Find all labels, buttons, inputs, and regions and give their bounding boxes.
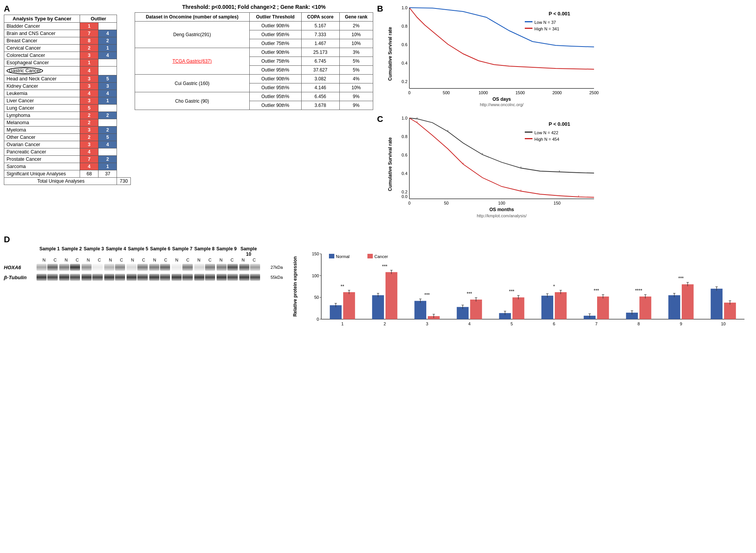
wb-band-c [70, 264, 80, 271]
wb-tubulin-c [205, 274, 215, 281]
blue-value: 37 [98, 170, 117, 178]
cancer-bar [343, 292, 355, 319]
svg-text:50: 50 [444, 201, 449, 205]
wb-tubulin-n [82, 274, 92, 281]
wb-tubulin-c [227, 274, 237, 281]
cancer-row: Pancreatic Cancer4 [4, 148, 131, 156]
red-value: 1 [80, 23, 98, 30]
cancer-name: Bladder Cancer [4, 23, 80, 30]
wb-tubulin-n [37, 274, 47, 281]
c-label: C [142, 258, 145, 262]
svg-text:1000: 1000 [479, 90, 488, 95]
data-rank: 9% [339, 101, 373, 110]
panel-right: B 1.0 0.8 0.6 0.4 0.2 0 500 1000 [377, 4, 639, 227]
red-value: 7 [80, 30, 98, 37]
n-label: N [153, 258, 156, 262]
wb-band-c [137, 264, 147, 271]
col-outlier: Outlier [80, 15, 117, 23]
svg-text:Normal: Normal [336, 254, 349, 259]
cancer-name: Colorectal Cancer [4, 52, 80, 59]
normal-bar [541, 296, 553, 319]
data-copa: 6.745 [301, 57, 339, 66]
red-value: 2 [80, 112, 98, 119]
c-label: C [76, 258, 79, 262]
data-copa: 37.627 [301, 66, 339, 75]
cancer-bar [597, 296, 609, 319]
svg-rect-17 [525, 21, 532, 22]
svg-rect-61 [329, 254, 334, 258]
threshold-header: Threshold: p<0.0001; Fold change>2 ; Gen… [135, 4, 373, 10]
red-value: 4 [80, 90, 98, 97]
svg-text:10: 10 [721, 321, 726, 326]
cancer-name: Gastric Cancer [4, 67, 80, 75]
blue-value: 4 [98, 90, 117, 97]
cancer-bar [512, 297, 524, 319]
tcga-link[interactable]: TCGA Gastric(637) [172, 58, 212, 64]
n-label: N [109, 258, 112, 262]
svg-text:6: 6 [553, 321, 555, 326]
c-label: C [253, 258, 256, 262]
cancer-name: Ovarian Cancer [4, 141, 80, 148]
cancer-name: Pancreatic Cancer [4, 148, 80, 156]
red-value: 3 [80, 75, 98, 83]
svg-text:*: * [553, 284, 555, 289]
data-threshold: Outlier 75th% [249, 39, 301, 48]
survival-chart-b: 1.0 0.8 0.6 0.4 0.2 0 500 1000 1500 2000… [386, 4, 639, 113]
svg-text:8: 8 [638, 321, 640, 326]
svg-text:150: 150 [554, 201, 561, 205]
svg-text:http://kmplot.com/analysis/: http://kmplot.com/analysis/ [477, 213, 527, 218]
wb-band-c [160, 264, 170, 271]
wb-band-c [182, 264, 192, 271]
sample-label: Sample 3 [83, 246, 105, 257]
svg-text:0.6: 0.6 [402, 153, 407, 157]
red-value: 8 [80, 37, 98, 45]
data-rank: 2% [339, 22, 373, 30]
svg-text:2: 2 [384, 321, 386, 326]
blue-value [98, 119, 117, 127]
blue-value: 4 [98, 52, 117, 59]
svg-text:7: 7 [595, 321, 597, 326]
data-rank: 3% [339, 48, 373, 57]
wb-band-n [82, 264, 92, 271]
n-label: N [87, 258, 90, 262]
wb-tubulin-c [137, 274, 147, 281]
wb-tubulin-n [104, 274, 114, 281]
data-col-header: Outlier Threshold [249, 13, 301, 22]
svg-text:1: 1 [341, 321, 344, 326]
svg-text:0.6: 0.6 [402, 42, 407, 47]
red-value: 3 [80, 127, 98, 134]
dataset-name: Deng Gastric(291) [135, 22, 250, 48]
red-value: 1 [80, 59, 98, 67]
data-col-header: COPA score [301, 13, 339, 22]
cancer-row: Significant Unique Analyses6837 [4, 170, 131, 178]
svg-rect-48 [525, 138, 532, 139]
wb-tubulin-n [127, 274, 137, 281]
sample-label: Sample 6 [149, 246, 172, 257]
data-rank: 10% [339, 30, 373, 39]
blue-value: 1 [98, 97, 117, 105]
cancer-row: Leukemia44 [4, 90, 131, 97]
blue-value: 5 [98, 75, 117, 83]
svg-text:4: 4 [468, 321, 471, 326]
c-label: C [209, 258, 212, 262]
dataset-name[interactable]: TCGA Gastric(637) [135, 48, 250, 75]
cancer-name: Sarcoma [4, 163, 80, 170]
cancer-name: Head and Neck Cancer [4, 75, 80, 83]
sample-label: Sample 1 [38, 246, 61, 257]
kda1: 27kDa [262, 265, 283, 270]
svg-rect-46 [525, 132, 532, 133]
cancer-row: Gastric Cancer4 [4, 67, 131, 75]
wb-tubulin-n [59, 274, 69, 281]
normal-bar [414, 301, 426, 319]
cancer-name: Other Cancer [4, 134, 80, 141]
wb-band-c [115, 264, 125, 271]
svg-text:0: 0 [408, 201, 411, 205]
svg-text:***: *** [467, 291, 472, 296]
svg-rect-63 [367, 254, 373, 258]
normal-bar [372, 295, 384, 319]
svg-text:1500: 1500 [516, 90, 525, 95]
cancer-name: Melanoma [4, 119, 80, 127]
cancer-row: Colorectal Cancer34 [4, 52, 131, 59]
wb-tubulin-c [47, 274, 57, 281]
cancer-name: Lymphoma [4, 112, 80, 119]
